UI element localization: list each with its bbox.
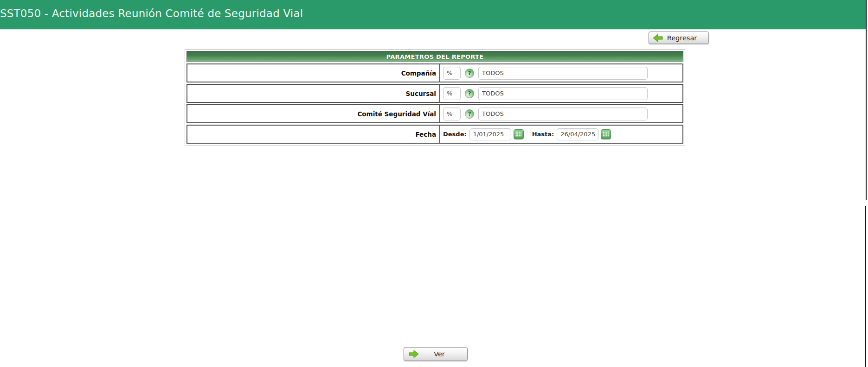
fecha-inputs: Desde: Hasta: [440,126,682,143]
compania-wildcard-input[interactable] [443,67,461,80]
sucursal-help-icon[interactable]: ? [465,89,474,98]
desde-label: Desde: [443,131,467,138]
comite-wildcard-input[interactable] [443,108,461,120]
comite-label: Comité Seguridad Víal [187,105,440,122]
header-accent-strip [0,29,867,30]
sucursal-wildcard-input[interactable] [443,87,461,100]
calendar-icon [515,131,522,138]
fecha-desde-input[interactable] [469,128,511,140]
regresar-button[interactable]: Regresar [649,32,709,44]
fecha-label: Fecha [187,126,440,143]
form-row-comite: Comité Seguridad Víal ? [186,104,683,123]
compania-inputs: ? [440,64,682,82]
form-row-compania: Compañía ? [186,63,683,82]
sucursal-inputs: ? [440,85,682,102]
regresar-button-label: Regresar [663,34,706,42]
ver-button-label: Ver [419,350,464,358]
fecha-desde-calendar-button[interactable] [514,129,524,139]
comite-value-input[interactable] [478,108,648,120]
frame-border-right-top [866,0,867,200]
form-row-sucursal: Sucursal ? [186,84,683,103]
form-row-fecha: Fecha Desde: Hasta: [186,125,683,144]
frame-border-right-bottom [865,206,866,367]
compania-help-icon[interactable]: ? [465,69,474,78]
page-title: SST050 - Actividades Reunión Comité de S… [0,0,867,19]
report-parameters-header: PARAMETROS DEL REPORTE [186,51,683,62]
back-arrow-icon [653,34,663,42]
compania-value-input[interactable] [478,67,648,80]
fecha-hasta-calendar-button[interactable] [601,129,611,139]
sucursal-value-input[interactable] [478,87,648,100]
calendar-icon [603,131,609,138]
fecha-hasta-input[interactable] [557,128,598,140]
view-arrow-icon [409,350,419,358]
ver-button[interactable]: Ver [404,347,468,361]
sucursal-label: Sucursal [187,85,440,102]
app-header: SST050 - Actividades Reunión Comité de S… [0,0,867,29]
comite-inputs: ? [440,105,682,122]
compania-label: Compañía [187,64,440,82]
report-parameters-panel: PARAMETROS DEL REPORTE Compañía ? Sucurs… [185,49,685,146]
comite-help-icon[interactable]: ? [465,109,474,119]
hasta-label: Hasta: [532,131,554,138]
